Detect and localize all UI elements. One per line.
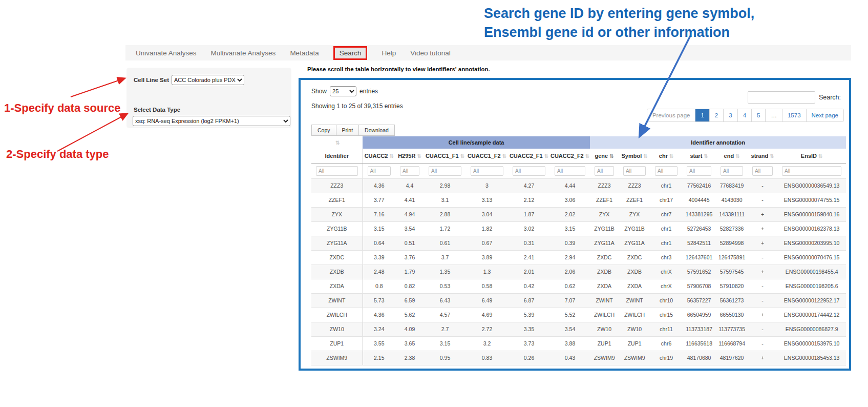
col-header-cuacc2-f1[interactable]: CUACC2_F1⇅: [508, 149, 550, 163]
table-row: ZXDB2.481.791.351.32.012.06ZXDBZXDBchrX5…: [311, 264, 846, 279]
cell-cuacc2: 2.48: [363, 264, 395, 279]
cell-cuacc2-f2: 2.94: [550, 250, 590, 264]
cell-h295r: 4.09: [395, 322, 424, 336]
col-header-end[interactable]: end⇅: [716, 149, 748, 163]
cell-identifier: ZXDC: [311, 250, 363, 264]
col-label: CUACC2_F2: [551, 153, 584, 159]
cell-gene: ZXDC: [590, 250, 619, 264]
table-head: ⇅Cell line/sample dataIdentifier annotat…: [311, 136, 846, 178]
cell-symbol: ZSWIM9: [619, 351, 650, 365]
cell-symbol: ZZZ3: [619, 178, 650, 193]
cell-line-set-select[interactable]: ACC Colorado plus PDX: [172, 75, 244, 85]
filter-cell-cuacc2: [363, 163, 395, 178]
red-arrow-1: [71, 78, 124, 97]
page-button-3[interactable]: 3: [723, 109, 737, 121]
search-input[interactable]: [748, 91, 815, 104]
group-header-row: ⇅Cell line/sample dataIdentifier annotat…: [311, 136, 846, 149]
filter-input-symbol[interactable]: [623, 166, 646, 176]
filter-input-cuacc2-f1[interactable]: [513, 166, 545, 176]
data-table: ⇅Cell line/sample dataIdentifier annotat…: [311, 136, 846, 365]
nav-item-video-tutorial[interactable]: Video tutorial: [410, 49, 451, 57]
cell-identifier: ZXDB: [311, 264, 363, 279]
cell-ensid: ENSG00000185453.13: [777, 351, 846, 365]
copy-button[interactable]: Copy: [311, 125, 336, 136]
download-button[interactable]: Download: [358, 125, 395, 136]
col-header-cuacc1-f1[interactable]: CUACC1_F1⇅: [424, 149, 466, 163]
cell-start: 4004445: [682, 193, 716, 207]
cell-cuacc1-f2: 3.13: [466, 193, 508, 207]
page-button-1573[interactable]: 1573: [782, 109, 806, 121]
page-button-5[interactable]: 5: [751, 109, 765, 121]
cell-cuacc2: 3.77: [363, 193, 395, 207]
cell-cuacc2-f2: 3.06: [550, 193, 590, 207]
col-header-identifier[interactable]: Identifier: [311, 149, 363, 163]
cell-start: 113733187: [682, 322, 716, 336]
col-header-cuacc1-f2[interactable]: CUACC1_F2⇅: [466, 149, 508, 163]
cell-gene: ZZEF1: [590, 193, 619, 207]
table-row: ZWINT5.736.596.436.496.877.07ZWINTZWINTc…: [311, 293, 846, 308]
col-header-symbol[interactable]: Symbol⇅: [619, 149, 650, 163]
data-type-select[interactable]: xsq: RNA-seq Expression (log2 FPKM+1): [133, 116, 290, 126]
cell-cuacc2-f2: 7.07: [550, 293, 590, 308]
pagination: Previous page12345…1573Next page: [647, 109, 844, 122]
nav-item-univariate-analyses[interactable]: Univariate Analyses: [136, 49, 197, 57]
cell-identifier: ZSWIM9: [311, 351, 363, 365]
cell-cuacc2-f2: 2.02: [550, 207, 590, 221]
page-button-4[interactable]: 4: [737, 109, 751, 121]
nav-item-metadata[interactable]: Metadata: [290, 49, 319, 57]
cell-start: 143381295: [682, 207, 716, 221]
cell-symbol: ZXDC: [619, 250, 650, 264]
filter-input-gene[interactable]: [595, 166, 614, 176]
cell-cuacc2: 3.24: [363, 322, 395, 336]
nav-item-help[interactable]: Help: [382, 49, 396, 57]
filter-input-end[interactable]: [721, 166, 743, 176]
filter-input-cuacc1-f1[interactable]: [429, 166, 461, 176]
cell-cuacc2-f1: 2.12: [508, 193, 550, 207]
page-button-1[interactable]: 1: [695, 109, 709, 121]
cell-cuacc1-f1: 2.7: [424, 322, 466, 336]
next-page-button[interactable]: Next page: [806, 109, 843, 121]
filter-input-cuacc2[interactable]: [368, 166, 391, 176]
table-row: ZZEF13.774.413.13.132.123.06ZZEF1ZZEF1ch…: [311, 193, 846, 207]
col-header-h295r[interactable]: H295R⇅: [395, 149, 424, 163]
cell-cuacc1-f1: 0.95: [424, 351, 466, 365]
identifier-sort-header[interactable]: ⇅: [311, 136, 363, 149]
filter-input-ensid[interactable]: [782, 166, 841, 176]
col-header-gene[interactable]: gene⇅: [590, 149, 619, 163]
previous-page-button[interactable]: Previous page: [647, 109, 695, 121]
filter-input-h295r[interactable]: [400, 166, 419, 176]
cell-gene: ZWILCH: [590, 308, 619, 322]
cell-cuacc1-f1: 0.53: [424, 279, 466, 293]
cell-start: 77562416: [682, 178, 716, 193]
cell-cuacc2-f1: 6.87: [508, 293, 550, 308]
filter-input-cuacc1-f2[interactable]: [471, 166, 503, 176]
cell-strand: -: [748, 178, 777, 193]
filter-input-strand[interactable]: [752, 166, 773, 176]
col-header-cuacc2-f2[interactable]: CUACC2_F2⇅: [550, 149, 590, 163]
cell-ensid: ENSG00000203995.10: [777, 236, 846, 250]
filter-input-start[interactable]: [687, 166, 711, 176]
page-button-2[interactable]: 2: [709, 109, 723, 121]
page-length-select[interactable]: 25: [330, 86, 356, 96]
cell-chr: chrX: [650, 279, 682, 293]
cell-strand: -: [748, 250, 777, 264]
col-header-strand[interactable]: strand⇅: [748, 149, 777, 163]
filter-input-chr[interactable]: [655, 166, 678, 176]
cell-cuacc1-f2: 3: [466, 178, 508, 193]
filter-cell-ensid: [777, 163, 846, 178]
col-header-start[interactable]: start⇅: [682, 149, 716, 163]
cell-start: 52842511: [682, 236, 716, 250]
print-button[interactable]: Print: [336, 125, 359, 136]
col-header-ensid[interactable]: EnsID⇅: [777, 149, 846, 163]
nav-item-multivariate-analyses[interactable]: Multivariate Analyses: [211, 49, 276, 57]
col-header-cuacc2[interactable]: CUACC2⇅: [363, 149, 395, 163]
nav-item-search[interactable]: Search: [333, 46, 368, 60]
filter-input-cuacc2-f2[interactable]: [555, 166, 585, 176]
col-header-chr[interactable]: chr⇅: [650, 149, 682, 163]
cell-h295r: 3.65: [395, 336, 424, 351]
filter-cell-cuacc2-f2: [550, 163, 590, 178]
col-label: Identifier: [325, 153, 349, 159]
filter-input-identifier[interactable]: [316, 166, 358, 176]
col-label: end: [724, 153, 734, 159]
annotation-search-note-line1: Search gene ID by entering gene symbol,: [484, 4, 754, 23]
